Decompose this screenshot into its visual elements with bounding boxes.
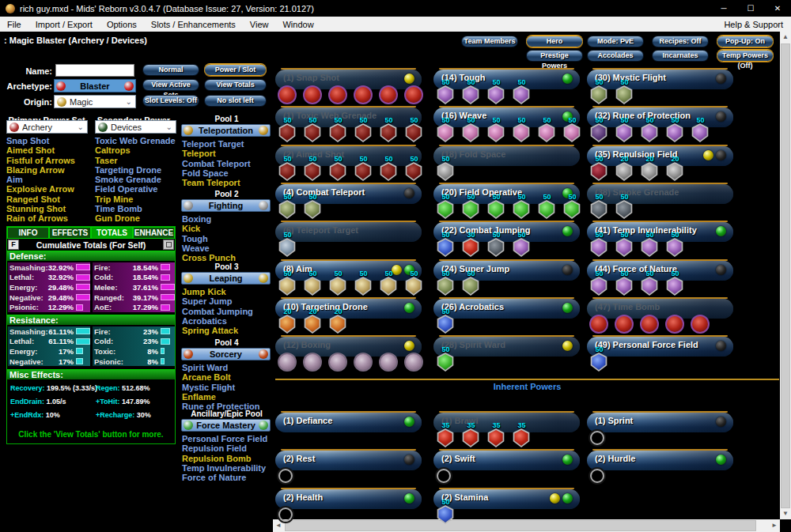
tab-enhance[interactable]: ENHANCE [133,227,175,239]
power-spirit-ward[interactable]: (28) Spirit Ward50 [433,335,580,372]
power-weave[interactable]: (16) Weave505050505050 [433,106,580,142]
enhancement-slot[interactable]: 50 [512,231,532,257]
enhancement-slot[interactable]: 50 [328,270,348,296]
enhancement-slot[interactable]: 50 [486,78,506,104]
enhancement-slot[interactable] [328,345,348,372]
button-hero[interactable]: Hero [526,36,583,47]
enhancement-slot[interactable]: 50 [278,231,297,257]
enhancement-slot[interactable]: 50 [665,116,685,142]
close-button[interactable]: ✕ [764,0,791,17]
power-list-item-spirit-ward[interactable]: Spirit Ward [182,363,273,372]
power-teleport-target[interactable]: (6) Teleport Target50 [275,221,422,257]
power-temp-invulnerability[interactable]: (41) Temp Invulnerability50505050 [587,221,733,257]
enhancement-slot[interactable]: 50 [379,155,399,181]
float-button[interactable]: F [8,240,19,250]
power-list-item-enflame[interactable]: Enflame [182,392,273,402]
power-list-item-blazing-arrow[interactable]: Blazing Arrow [6,165,90,175]
power-list-item-time-bomb[interactable]: Time Bomb [95,204,179,213]
enhancement-slot[interactable] [589,459,609,485]
menu-item-import-export[interactable]: Import / Export [28,18,100,31]
menu-item-window[interactable]: Window [275,18,320,31]
tab-effects[interactable]: EFFECTS [49,227,91,239]
enhancement-slot[interactable]: 50 [589,193,609,219]
power-list-item-teleport[interactable]: Teleport [182,149,273,158]
enhancement-slot[interactable]: 50 [562,116,582,142]
button-incarnates[interactable]: Incarnates [652,50,709,62]
enhancement-slot[interactable]: 50 [589,78,609,104]
enhancement-slot[interactable]: 50 [303,270,323,296]
enhancement-slot[interactable] [589,308,609,334]
enhancement-slot[interactable]: 50 [615,193,634,219]
button-team-members[interactable]: Team Members [461,36,518,47]
pool-header-fighting[interactable]: Fighting [181,199,271,212]
enhancement-slot[interactable]: 50 [537,193,557,219]
power-list-item-field-operative[interactable]: Field Operative [95,184,179,194]
enhancement-slot[interactable]: 50 [461,193,481,219]
name-input[interactable] [55,64,134,77]
power-defiance[interactable]: (1) Defiance [275,411,422,447]
power-personal-force-field[interactable]: (49) Personal Force Field50 [587,335,733,372]
enhancement-slot[interactable] [379,345,399,372]
button-power-slot[interactable]: Power / Slot [204,64,267,76]
power-sprint[interactable]: (1) Sprint [587,411,733,447]
power-list-item-taser[interactable]: Taser [95,156,179,165]
power-list-item-super-jump[interactable]: Super Jump [182,296,273,306]
pool-header-leaping[interactable]: Leaping [181,272,271,285]
scroll-right-icon[interactable]: ► [769,519,780,532]
enhancement-slot[interactable]: 35 [436,421,456,447]
button-pop-up-on[interactable]: Pop-Up: On [717,36,774,47]
enhancement-slot[interactable]: 20 [303,308,323,334]
enhancement-slot[interactable] [640,308,660,334]
enhancement-slot[interactable] [691,308,710,334]
enhancement-slot[interactable]: 50 [404,116,424,142]
power-force-of-nature[interactable]: (44) Force of Nature50505050 [587,259,733,296]
enhancement-slot[interactable] [404,345,424,372]
button-view-totals[interactable]: View Totals [204,79,267,91]
pool-header-sorcery[interactable]: Sorcery [181,348,271,360]
power-toxic-web-grenade[interactable]: (1) Toxic Web Grenade505050505050 [275,106,422,142]
enhancement-slot[interactable]: 50 [303,155,323,181]
enhancement-slot[interactable]: 50 [278,270,297,296]
primary-set-dropdown[interactable]: Archery ⌄ [6,120,88,134]
power-brawl[interactable]: (1) Brawl35353535 [433,411,580,447]
power-list-item-trip-mine[interactable]: Trip Mine [95,194,179,204]
menu-item-view[interactable]: View [243,18,276,31]
button-temp-powers-off[interactable]: Temp Powers (Off) [717,50,774,62]
button-view-active-sets[interactable]: View Active Sets [142,79,199,91]
enhancement-slot[interactable]: 50 [436,78,456,104]
minimize-button[interactable]: ─ [710,0,737,17]
enhancement-slot[interactable]: 50 [589,270,609,296]
enhancement-slot[interactable]: 35 [512,421,532,447]
enhancement-slot[interactable] [303,78,323,104]
button-accolades[interactable]: Accolades [587,50,644,62]
menu-item-options[interactable]: Options [100,18,144,31]
enhancement-slot[interactable]: 50 [615,116,634,142]
power-mystic-flight[interactable]: (30) Mystic Flight5050 [587,68,733,104]
enhancement-slot[interactable] [665,308,685,334]
power-list-item-force-of-nature[interactable]: Force of Nature [182,473,273,482]
pool-header-force-mastery[interactable]: Force Mastery [181,419,271,432]
enhancement-slot[interactable]: 20 [640,155,660,181]
power-list-item-stunning-shot[interactable]: Stunning Shot [6,204,90,213]
power-list-item-boxing[interactable]: Boxing [182,214,273,224]
power-targeting-drone[interactable]: (10) Targeting Drone202020 [275,297,422,334]
power-boxing[interactable]: (12) Boxing [275,335,422,372]
enhancement-slot[interactable]: 50 [589,155,609,181]
enhancement-slot[interactable]: 50 [512,116,532,142]
enhancement-slot[interactable]: 50 [589,231,609,257]
power-list-item-team-teleport[interactable]: Team Teleport [182,178,273,187]
enhancement-slot[interactable]: 50 [615,270,634,296]
power-aimed-shot[interactable]: (2) Aimed Shot505050505050 [275,145,422,181]
enhancement-slot[interactable]: 50 [436,231,456,257]
power-aim[interactable]: (8) Aim505050505050 [275,259,422,296]
enhancement-slot[interactable]: 50 [379,116,399,142]
enhancement-slot[interactable]: 50 [436,308,456,334]
enhancement-slot[interactable] [278,498,297,524]
enhancement-slot[interactable]: 50 [665,231,685,257]
power-snap-shot[interactable]: (1) Snap Shot [275,68,422,104]
enhancement-slot[interactable]: 35 [486,421,506,447]
power-list-item-gun-drone[interactable]: Gun Drone [95,213,179,223]
button-normal[interactable]: Normal [142,64,199,76]
enhancement-slot[interactable]: 50 [589,345,609,372]
power-list-item-fistful-of-arrows[interactable]: Fistful of Arrows [6,156,90,165]
